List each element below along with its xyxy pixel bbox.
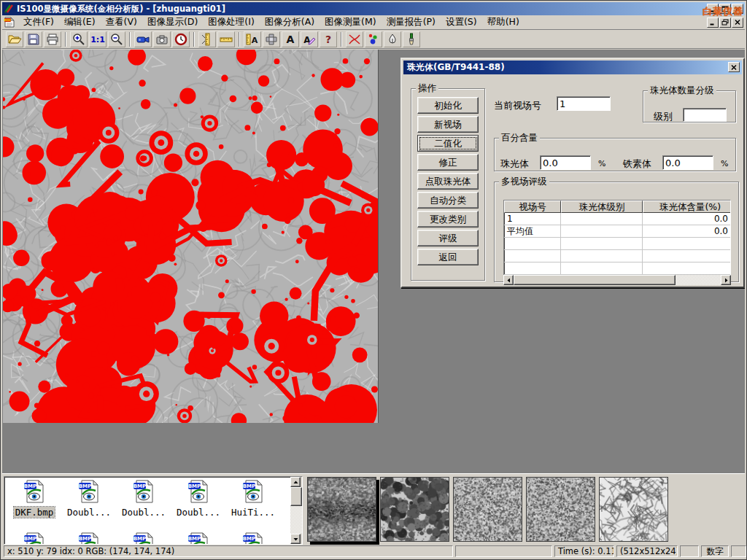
close-button[interactable] xyxy=(732,4,743,14)
ferrite-percent-input[interactable] xyxy=(662,155,713,170)
svg-text:BMP: BMP xyxy=(79,483,91,489)
bmp-file-icon: BMP xyxy=(131,479,157,504)
scroll-right-button[interactable] xyxy=(721,275,731,285)
toolbar-button-annotate[interactable]: A xyxy=(301,31,318,47)
child-close-button[interactable] xyxy=(732,18,743,28)
toolbar-button-grid[interactable] xyxy=(263,31,280,47)
op-button-8[interactable]: 评级 xyxy=(417,230,479,246)
toolbar-button-brush[interactable] xyxy=(403,31,420,47)
toolbar-button-video-camera[interactable] xyxy=(134,31,152,47)
thumbnail-3[interactable] xyxy=(453,477,522,542)
file-list-scrollbar[interactable] xyxy=(290,477,302,544)
thumbnail-2[interactable] xyxy=(380,477,449,542)
pearlite-percent-input[interactable] xyxy=(540,155,591,170)
toolbar-button-zoom-out[interactable] xyxy=(108,31,125,47)
file-item-3[interactable]: BMPDoubl... xyxy=(118,479,169,518)
toolbar-button-clock[interactable] xyxy=(172,31,190,47)
toolbar-button-particles[interactable] xyxy=(365,31,382,47)
dialog-close-button[interactable] xyxy=(728,62,740,72)
grade-input[interactable] xyxy=(683,108,727,122)
menu-item-10[interactable]: 帮助(H) xyxy=(482,15,525,28)
grade-label: 级别 xyxy=(654,110,673,123)
file-name: Doubl... xyxy=(66,507,112,518)
table-horizontal-scrollbar[interactable] xyxy=(503,275,731,285)
svg-text:BMP: BMP xyxy=(24,536,36,542)
table-row[interactable] xyxy=(504,250,730,262)
toolbar-button-open[interactable] xyxy=(6,31,23,47)
toolbar-button-zoom-in[interactable] xyxy=(70,31,88,47)
thumbnail-5[interactable] xyxy=(599,477,668,542)
menu-item-9[interactable]: 设置(S) xyxy=(441,15,482,28)
actual-size-icon: 1:1 xyxy=(90,32,105,47)
menu-item-8[interactable]: 测量报告(P) xyxy=(382,15,441,28)
scroll-down-button[interactable] xyxy=(290,534,301,544)
thumbnail-4[interactable] xyxy=(526,477,595,542)
op-button-6[interactable]: 自动分类 xyxy=(417,192,479,209)
current-field-input[interactable] xyxy=(557,96,611,111)
file-scroll-thumb[interactable] xyxy=(290,487,302,506)
measure-text-icon: A xyxy=(245,32,260,47)
file-item-row2-2[interactable]: BMP xyxy=(63,532,115,545)
file-item-1[interactable]: BMPDKF.bmp xyxy=(9,479,60,518)
toolbar-button-help[interactable]: ? xyxy=(320,31,337,47)
op-button-7[interactable]: 更改类别 xyxy=(417,211,479,228)
menu-item-7[interactable]: 图像测量(M) xyxy=(320,15,382,28)
child-restore-button[interactable] xyxy=(719,18,731,28)
toolbar-button-caliper[interactable] xyxy=(198,31,216,47)
file-item-2[interactable]: BMPDoubl... xyxy=(63,479,115,518)
table-row[interactable]: 平均值0.0 xyxy=(504,225,730,238)
table-header-cell: 珠光体含量(%) xyxy=(643,201,731,213)
toolbar-button-pen-tool[interactable] xyxy=(384,31,401,47)
svg-text:1:1: 1:1 xyxy=(90,35,105,44)
file-item-row2-4[interactable]: BMP xyxy=(173,532,224,545)
minimize-button[interactable] xyxy=(707,4,719,14)
table-row[interactable] xyxy=(504,262,730,275)
menu-item-5[interactable]: 图像处理(I) xyxy=(203,15,259,28)
file-item-row2-5[interactable]: BMP xyxy=(228,532,279,545)
bmp-file-icon: BMP xyxy=(185,479,212,504)
scroll-up-button[interactable] xyxy=(290,477,301,487)
mode-status: 数字 xyxy=(701,545,729,557)
menu-item-1[interactable]: 文件(F) xyxy=(18,15,59,28)
toolbar-separator xyxy=(129,32,131,47)
file-item-row2-3[interactable]: BMP xyxy=(118,532,169,545)
menu-item-2[interactable]: 编辑(E) xyxy=(59,15,101,28)
status-bar: x: 510 y: 79 idx: 0 RGB: (174, 174, 174)… xyxy=(2,545,745,558)
table-row[interactable]: 10.0 xyxy=(504,213,730,225)
scroll-left-button[interactable] xyxy=(503,275,514,285)
op-button-1[interactable]: 初始化 xyxy=(417,97,479,114)
toolbar-button-curve-tool[interactable] xyxy=(346,31,363,47)
pearlite-dialog: 珠光体(GB/T9441-88) 操作 初始化新视场二值化修正点取珠光体自动分类… xyxy=(400,58,745,288)
maximize-button[interactable] xyxy=(719,4,731,14)
video-camera-icon xyxy=(136,32,150,47)
toolbar-button-print[interactable] xyxy=(44,31,61,47)
menu-item-6[interactable]: 图像分析(A) xyxy=(260,15,320,28)
thumbnail-1[interactable] xyxy=(307,477,376,542)
menu-item-3[interactable]: 查看(V) xyxy=(101,15,142,28)
toolbar-button-ruler[interactable] xyxy=(217,31,235,47)
menu-item-4[interactable]: 图像显示(D) xyxy=(142,15,203,28)
table-cell xyxy=(561,238,643,250)
document-icon[interactable]: DOC xyxy=(4,17,15,28)
op-button-5[interactable]: 点取珠光体 xyxy=(417,173,479,190)
op-button-4[interactable]: 修正 xyxy=(417,154,479,171)
micrograph-image[interactable] xyxy=(3,50,379,423)
op-button-9[interactable]: 返回 xyxy=(417,249,479,265)
toolbar-button-save[interactable] xyxy=(25,31,42,47)
scroll-thumb[interactable] xyxy=(514,275,676,285)
toolbar-button-camera[interactable] xyxy=(153,31,171,47)
child-minimize-button[interactable] xyxy=(707,18,719,28)
table-cell: 0.0 xyxy=(643,225,731,238)
op-button-3[interactable]: 二值化 xyxy=(417,135,479,152)
file-item-row2-1[interactable]: BMP xyxy=(9,532,60,545)
dialog-title-bar[interactable]: 珠光体(GB/T9441-88) xyxy=(403,61,742,74)
toolbar-button-text[interactable]: A xyxy=(282,31,299,47)
rating-table[interactable]: 视场号珠光体级别珠光体含量(%)铁素体含量(%)10.0平均值0.0 xyxy=(503,200,731,276)
file-item-4[interactable]: BMPDoubl... xyxy=(173,479,224,518)
toolbar-button-measure-text[interactable]: A xyxy=(244,31,261,47)
table-row[interactable] xyxy=(504,238,730,250)
toolbar-button-actual-size[interactable]: 1:1 xyxy=(89,31,107,47)
svg-text:A: A xyxy=(252,36,258,45)
file-item-5[interactable]: BMPHuiTi... xyxy=(228,479,279,518)
op-button-2[interactable]: 新视场 xyxy=(417,116,479,133)
